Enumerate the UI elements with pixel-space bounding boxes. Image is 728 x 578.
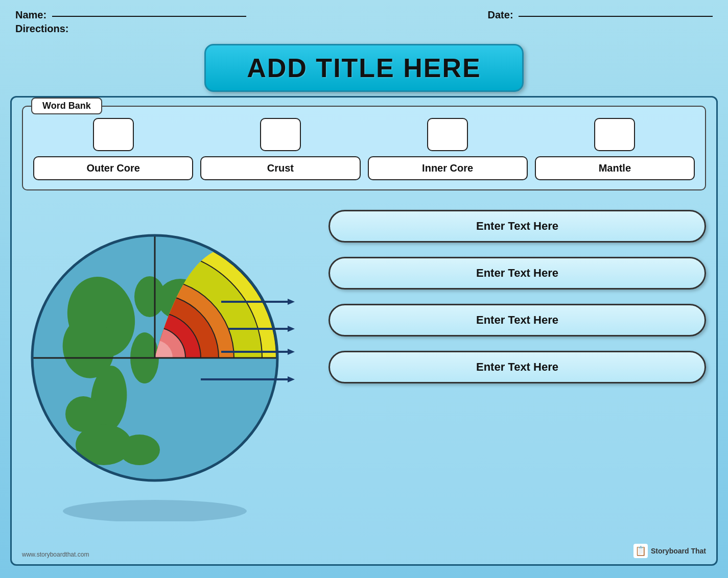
directions-label: Directions: bbox=[15, 23, 713, 35]
earth-diagram bbox=[22, 200, 308, 516]
watermark: 📋 Storyboard That bbox=[633, 544, 706, 558]
word-bank-term-3: Inner Core bbox=[368, 156, 528, 180]
diagram-label-2[interactable]: Enter Text Here bbox=[328, 257, 706, 290]
svg-marker-35 bbox=[288, 376, 295, 382]
word-bank-grid: Outer Core Crust Inner Core Mantle bbox=[33, 118, 695, 180]
word-bank-checkbox-1[interactable] bbox=[93, 118, 134, 151]
header: Name: Date: Directions: bbox=[0, 0, 728, 39]
title-box: ADD TITLE HERE bbox=[204, 44, 523, 92]
word-bank-section: Word Bank Outer Core Crust Inner Core Ma… bbox=[22, 106, 706, 190]
title-banner: ADD TITLE HERE bbox=[0, 44, 728, 92]
svg-point-0 bbox=[63, 500, 247, 521]
page-title: ADD TITLE HERE bbox=[247, 53, 481, 83]
name-field: Name: bbox=[15, 9, 246, 21]
svg-marker-31 bbox=[288, 326, 295, 332]
watermark-text: Storyboard That bbox=[651, 547, 706, 555]
list-item: Crust bbox=[200, 118, 360, 180]
word-bank-checkbox-3[interactable] bbox=[427, 118, 468, 151]
main-content: Word Bank Outer Core Crust Inner Core Ma… bbox=[10, 96, 718, 566]
watermark-icon: 📋 bbox=[633, 544, 648, 558]
word-bank-term-2: Crust bbox=[200, 156, 360, 180]
word-bank-term-4: Mantle bbox=[535, 156, 695, 180]
svg-point-9 bbox=[65, 396, 101, 432]
date-field: Date: bbox=[488, 9, 713, 21]
list-item: Mantle bbox=[535, 118, 695, 180]
diagram-area: Enter Text Here Enter Text Here Enter Te… bbox=[22, 200, 706, 516]
word-bank-label: Word Bank bbox=[31, 98, 102, 114]
svg-marker-29 bbox=[288, 299, 295, 305]
diagram-label-1[interactable]: Enter Text Here bbox=[328, 210, 706, 243]
svg-marker-33 bbox=[288, 349, 295, 355]
diagram-label-4[interactable]: Enter Text Here bbox=[328, 351, 706, 383]
word-bank-term-1: Outer Core bbox=[33, 156, 193, 180]
list-item: Inner Core bbox=[368, 118, 528, 180]
bottom-url: www.storyboardthat.com bbox=[22, 551, 89, 558]
list-item: Outer Core bbox=[33, 118, 193, 180]
word-bank-checkbox-4[interactable] bbox=[594, 118, 635, 151]
diagram-label-3[interactable]: Enter Text Here bbox=[328, 304, 706, 336]
word-bank-checkbox-2[interactable] bbox=[260, 118, 301, 151]
labels-area: Enter Text Here Enter Text Here Enter Te… bbox=[328, 210, 706, 383]
svg-point-8 bbox=[119, 435, 160, 465]
